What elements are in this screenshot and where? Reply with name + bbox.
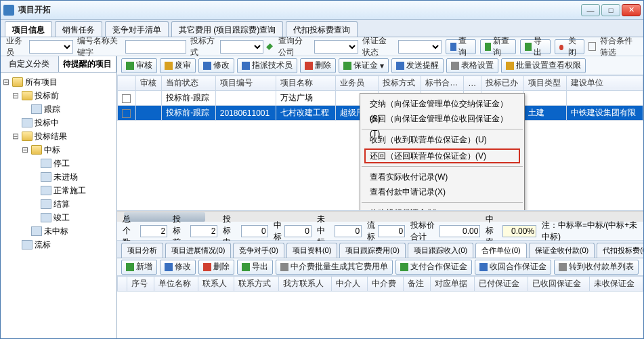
- dropdown-item[interactable]: 还回（还回联营单位保证金）(V): [364, 148, 520, 163]
- col-header[interactable]: 联系方式: [234, 277, 279, 292]
- money-icon: [479, 263, 488, 271]
- col-header[interactable]: 当前状态: [162, 76, 216, 91]
- col-header[interactable]: 已收回保证金: [528, 277, 589, 292]
- export-button[interactable]: 导出: [520, 39, 550, 54]
- maximize-button[interactable]: □: [601, 4, 620, 16]
- sub-recv-button[interactable]: 收回合作保证金: [475, 260, 551, 275]
- sub-toolbar: 新增 修改 删除 导出 中介费批量生成其它费用单 支付合作保证金 收回合作保证金…: [117, 258, 643, 276]
- deaudit-button[interactable]: 废审: [160, 58, 196, 73]
- sub-del-button[interactable]: 删除: [198, 260, 234, 275]
- dropdown-item[interactable]: 收到（收到联营单位保证金）(U): [360, 132, 524, 147]
- col-header[interactable]: 单位名称: [154, 277, 198, 292]
- col-header[interactable]: 中介人: [332, 277, 368, 292]
- top-tab[interactable]: 其它费用 (项目跟踪费)查询: [171, 21, 283, 37]
- tree-node[interactable]: ⊟中标: [2, 143, 115, 157]
- tbfs-select[interactable]: [220, 40, 264, 54]
- col-header[interactable]: …: [464, 76, 481, 91]
- col-header[interactable]: [118, 277, 127, 292]
- sub-tab[interactable]: 项目跟踪收入(0): [408, 243, 473, 258]
- dropdown-item[interactable]: 修改投标保证金(Y): [360, 205, 524, 211]
- left-tab[interactable]: 自定义分类: [1, 56, 59, 72]
- col-header[interactable]: 投标已办: [481, 76, 524, 91]
- sub-grid[interactable]: 序号单位名称联系人联系方式我方联系人中介人中介费备注对应单据已付保证金已收回保证…: [117, 276, 643, 292]
- delete-button[interactable]: 删除: [300, 58, 336, 73]
- dropdown-item[interactable]: 收回（向保证金管理单位收回保证金）(T): [360, 111, 524, 126]
- col-header[interactable]: 序号: [127, 277, 154, 292]
- col-header[interactable]: 审核: [135, 76, 161, 91]
- grid-wrap[interactable]: 审核当前状态项目编号项目名称业务员投标方式标书合……投标已办项目类型建设单位投标…: [117, 75, 643, 211]
- col-header[interactable]: 已付保证金: [475, 277, 528, 292]
- col-header[interactable]: 对应单据: [430, 277, 475, 292]
- dropdown-item[interactable]: 交纳（向保证金管理单位交纳保证金）(S): [360, 96, 524, 111]
- fgs-select[interactable]: [314, 40, 358, 54]
- col-header[interactable]: 业务员: [335, 76, 378, 91]
- tree-node[interactable]: ⊟投标结果: [2, 129, 115, 143]
- sub-export-button[interactable]: 导出: [237, 260, 273, 275]
- new-query-button[interactable]: 新查询: [480, 39, 517, 54]
- col-header[interactable]: 项目类型: [524, 76, 567, 91]
- col-header[interactable]: 标书合…: [421, 76, 464, 91]
- project-tree[interactable]: ⊟所有项目⊟投标前跟踪投标中⊟投标结果⊟中标停工未进场正常施工结算竣工未中标流标: [1, 73, 116, 338]
- minimize-button[interactable]: —: [581, 4, 600, 16]
- sub-edit-button[interactable]: 修改: [160, 260, 196, 275]
- sub-tab[interactable]: 代扣投标费(0): [597, 243, 643, 258]
- sub-grid-wrap[interactable]: 序号单位名称联系人联系方式我方联系人中介人中介费备注对应单据已付保证金已收回保证…: [117, 276, 643, 338]
- list-icon: [559, 263, 567, 271]
- sub-pay-button[interactable]: 支付合作保证金: [395, 260, 472, 275]
- tree-node[interactable]: 跟踪: [2, 102, 115, 116]
- baozj-button[interactable]: 保证金 ▾: [339, 58, 389, 73]
- sub-tab[interactable]: 项目分析: [121, 243, 163, 258]
- tree-node[interactable]: 未中标: [2, 224, 115, 238]
- bzjzt-select[interactable]: [398, 40, 442, 54]
- sub-tab[interactable]: 项目资料(0): [286, 243, 337, 258]
- keyword-input[interactable]: [125, 40, 186, 54]
- col-header[interactable]: 项目编号: [215, 76, 276, 91]
- sub-tab[interactable]: 合作单位(0): [475, 243, 526, 258]
- left-tab[interactable]: 待提醒的项目: [59, 56, 117, 72]
- col-header[interactable]: 项目名称: [276, 76, 336, 91]
- total-count: [140, 225, 167, 237]
- ywy-select[interactable]: [29, 40, 73, 54]
- sub-add-button[interactable]: 新增: [121, 260, 157, 275]
- col-header[interactable]: 未收保证金: [590, 277, 643, 292]
- baozj-dropdown[interactable]: 交纳（向保证金管理单位交纳保证金）(S)收回（向保证金管理单位收回保证金）(T)…: [360, 93, 525, 211]
- close-button[interactable]: ✕: [622, 4, 641, 16]
- tree-node[interactable]: 结算: [2, 197, 115, 211]
- titlebar[interactable]: 项目开拓 — □ ✕: [1, 1, 643, 20]
- sub-gen-button[interactable]: 中介费批量生成其它费用单: [276, 260, 393, 275]
- col-header[interactable]: 中介费: [368, 277, 404, 292]
- col-header[interactable]: 投标方式: [379, 76, 421, 91]
- sub-tab[interactable]: 竞争对手(0): [233, 243, 284, 258]
- dropdown-item[interactable]: 查看实际收付记录(W): [360, 170, 524, 184]
- tree-node[interactable]: 停工: [2, 157, 115, 170]
- col-header[interactable]: 联系人: [198, 277, 234, 292]
- query-button[interactable]: 查询: [446, 39, 475, 54]
- priv-button[interactable]: 批量设置查看权限: [501, 58, 586, 73]
- close-panel-button[interactable]: 关闭: [555, 39, 584, 54]
- tree-node[interactable]: 未进场: [2, 170, 115, 184]
- assign-button[interactable]: 指派技术员: [237, 58, 297, 73]
- edit-button[interactable]: 修改: [198, 58, 234, 73]
- tree-node[interactable]: 正常施工: [2, 184, 115, 197]
- col-header[interactable]: 我方联系人: [278, 277, 332, 292]
- sub-tab[interactable]: 项目进展情况(0): [165, 243, 231, 258]
- filter-bar: 业务员 编号名称关键字 投标方式 查询分公司 保证金状态 查询 新查询 导出 关…: [1, 37, 643, 56]
- tree-node[interactable]: 流标: [2, 238, 115, 252]
- sub-tab[interactable]: 保证金收付款(0): [529, 243, 595, 258]
- sub-tab[interactable]: 项目跟踪费用(0): [339, 243, 405, 258]
- tree-node[interactable]: 投标中: [2, 116, 115, 129]
- col-header[interactable]: 建设单位: [567, 76, 643, 91]
- tree-node[interactable]: ⊟所有项目: [2, 75, 115, 89]
- tree-node[interactable]: ⊟投标前: [2, 89, 115, 102]
- dropdown-item[interactable]: 查看付款申请记录(X): [360, 184, 524, 199]
- audit-button[interactable]: 审核: [121, 58, 157, 73]
- sub-list-button[interactable]: 转到收付款单列表: [554, 260, 639, 275]
- app-window: 项目开拓 — □ ✕ 项目信息销售任务竞争对手清单其它费用 (项目跟踪费)查询代…: [0, 0, 644, 339]
- label-tbfs: 投标方式: [190, 35, 215, 58]
- remind-button[interactable]: 发送提醒: [391, 58, 444, 73]
- table-settings-button[interactable]: 表格设置: [446, 58, 498, 73]
- col-header[interactable]: 备注: [403, 277, 430, 292]
- col-header[interactable]: [118, 76, 136, 91]
- tree-node[interactable]: 竣工: [2, 211, 115, 224]
- filter-checkbox[interactable]: [588, 42, 596, 51]
